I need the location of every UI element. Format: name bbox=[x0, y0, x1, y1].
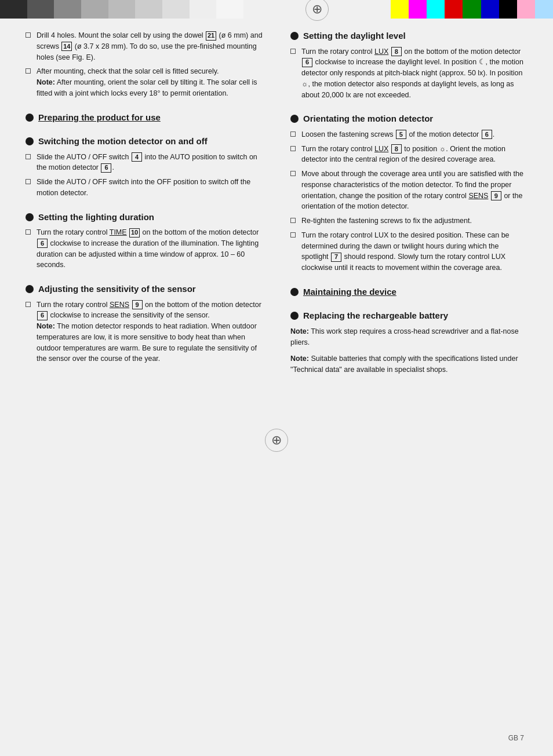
reg-mark-center: ⊕ bbox=[305, 0, 329, 21]
section-sensitivity: Adjusting the sensitivity of the sensor … bbox=[26, 283, 263, 364]
sensitivity-header: Adjusting the sensitivity of the sensor bbox=[26, 283, 263, 295]
num-6a: 6 bbox=[101, 163, 111, 173]
orientating-text-3: Move about through the coverage area unt… bbox=[301, 169, 527, 212]
daylight-header: Setting the daylight level bbox=[290, 30, 527, 42]
switching-content: Slide the AUTO / OFF switch 4 into the A… bbox=[26, 152, 263, 199]
section-intro: Drill 4 holes. Mount the solar cell by u… bbox=[26, 30, 263, 99]
top-center-reg: ⊕ bbox=[243, 0, 391, 19]
switching-text-1: Slide the AUTO / OFF switch 4 into the A… bbox=[37, 152, 263, 174]
sq-bullet-ori1 bbox=[290, 132, 296, 137]
replacing-header: Replacing the rechargeable battery bbox=[290, 310, 527, 322]
orientating-title: Orientating the motion detector bbox=[303, 113, 433, 125]
num-9a: 9 bbox=[132, 300, 143, 309]
swatch-red bbox=[445, 0, 463, 19]
daylight-title: Setting the daylight level bbox=[303, 30, 406, 42]
swatch-magenta bbox=[409, 0, 427, 19]
intro-item-1: Drill 4 holes. Mount the solar cell by u… bbox=[26, 30, 263, 63]
bottom-reg-circle: ⊕ bbox=[265, 429, 288, 452]
switching-text-2: Slide the AUTO / OFF switch into the OFF… bbox=[37, 177, 263, 199]
bullet-dot-icon bbox=[26, 114, 34, 122]
sq-bullet-ori5 bbox=[290, 232, 296, 238]
preparing-header: Preparing the product for use bbox=[26, 112, 263, 123]
maintaining-header: Maintaining the device bbox=[290, 286, 527, 298]
section-switching: Switching the motion detector on and off… bbox=[26, 136, 263, 199]
sq-bullet-sens1 bbox=[26, 302, 31, 307]
orientating-item-4: Re-tighten the fastening screws to fix t… bbox=[290, 216, 527, 227]
orientating-text-2: Turn the rotary control LUX 8 to positio… bbox=[301, 144, 527, 166]
orientating-text-5: Turn the rotary control LUX to the desir… bbox=[301, 230, 527, 273]
bottom-reg-mark: ⊕ bbox=[0, 423, 553, 458]
lighting-item-1: Turn the rotary control TIME 10 on the b… bbox=[26, 227, 263, 271]
bullet-dot-sensitivity bbox=[26, 285, 34, 293]
orientating-item-5: Turn the rotary control LUX to the desir… bbox=[290, 230, 527, 273]
sq-bullet-sw2 bbox=[26, 179, 31, 184]
bullet-dot-daylight bbox=[290, 32, 299, 40]
right-column: Setting the daylight level Turn the rota… bbox=[290, 30, 527, 388]
right-swatches bbox=[391, 0, 553, 19]
swatch-2 bbox=[27, 0, 54, 19]
replacing-note-2: Note: Suitable batteries that comply wit… bbox=[290, 353, 527, 376]
num-9b: 9 bbox=[491, 191, 501, 200]
section-replacing: Replacing the rechargeable battery Note:… bbox=[290, 310, 527, 375]
square-bullet-icon-2 bbox=[26, 68, 31, 74]
sq-bullet-ori2 bbox=[290, 146, 296, 151]
num-5: 5 bbox=[396, 130, 406, 139]
sensitivity-title: Adjusting the sensitivity of the sensor bbox=[38, 283, 196, 295]
num-8a: 8 bbox=[391, 47, 402, 56]
switching-item-2: Slide the AUTO / OFF switch into the OFF… bbox=[26, 177, 263, 199]
orientating-text-1: Loosen the fastening screws 5 of the mot… bbox=[301, 129, 527, 140]
lighting-content: Turn the rotary control TIME 10 on the b… bbox=[26, 227, 263, 271]
intro-item-2: After mounting, check that the solar cel… bbox=[26, 66, 263, 98]
swatch-3 bbox=[54, 0, 81, 19]
swatch-9 bbox=[216, 0, 243, 19]
section-lighting: Setting the lighting duration Turn the r… bbox=[26, 211, 263, 271]
switching-title: Switching the motion detector on and off bbox=[38, 136, 208, 147]
swatch-5 bbox=[108, 0, 136, 19]
num-10: 10 bbox=[129, 228, 140, 238]
lighting-header: Setting the lighting duration bbox=[26, 211, 263, 223]
maintaining-title: Maintaining the device bbox=[303, 286, 396, 298]
swatch-green bbox=[463, 0, 481, 19]
lighting-title: Setting the lighting duration bbox=[38, 211, 154, 223]
square-bullet-icon bbox=[26, 32, 31, 38]
left-swatches bbox=[0, 0, 243, 19]
left-column: Drill 4 holes. Mount the solar cell by u… bbox=[26, 30, 263, 388]
orientating-item-3: Move about through the coverage area unt… bbox=[290, 169, 527, 212]
replacing-note-1: Note: This work step requires a cross-he… bbox=[290, 326, 527, 349]
bullet-dot-orientating bbox=[290, 115, 299, 123]
page: ⊕ Drill 4 holes. Mount the solar cell by… bbox=[0, 0, 553, 756]
intro-text-2: After mounting, check that the solar cel… bbox=[37, 66, 263, 98]
sq-bullet-sw1 bbox=[26, 154, 31, 159]
preparing-title: Preparing the product for use bbox=[38, 112, 161, 123]
daylight-content: Turn the rotary control LUX 8 on the bot… bbox=[290, 46, 527, 101]
sensitivity-content: Turn the rotary control SENS 9 on the bo… bbox=[26, 300, 263, 365]
sq-bullet-ori4 bbox=[290, 218, 296, 223]
daylight-text-1: Turn the rotary control LUX 8 on the bot… bbox=[301, 46, 527, 101]
section-maintaining: Maintaining the device bbox=[290, 286, 527, 298]
page-footer: GB 7 bbox=[508, 734, 524, 742]
replacing-title: Replacing the rechargeable battery bbox=[303, 310, 448, 322]
bullet-dot-maintaining bbox=[290, 288, 299, 296]
swatch-black bbox=[499, 0, 517, 19]
sq-bullet-lt1 bbox=[26, 229, 31, 235]
swatch-7 bbox=[162, 0, 190, 19]
num-8b: 8 bbox=[391, 144, 402, 154]
switching-item-1: Slide the AUTO / OFF switch 4 into the A… bbox=[26, 152, 263, 174]
swatch-blue bbox=[481, 0, 499, 19]
num-7: 7 bbox=[331, 253, 341, 262]
main-content: Drill 4 holes. Mount the solar cell by u… bbox=[0, 19, 553, 423]
footer-text: GB 7 bbox=[508, 734, 524, 742]
num-6b: 6 bbox=[37, 239, 48, 248]
swatch-6 bbox=[135, 0, 162, 19]
num-6e: 6 bbox=[482, 130, 492, 139]
orientating-text-4: Re-tighten the fastening screws to fix t… bbox=[301, 216, 527, 227]
num-6c: 6 bbox=[37, 311, 48, 320]
top-color-bar: ⊕ bbox=[0, 0, 553, 19]
sensitivity-item-1: Turn the rotary control SENS 9 on the bo… bbox=[26, 300, 263, 365]
bullet-dot-switching bbox=[26, 137, 34, 145]
num-21: 21 bbox=[206, 31, 216, 41]
swatch-4 bbox=[81, 0, 108, 19]
swatch-8 bbox=[190, 0, 217, 19]
section-orientating: Orientating the motion detector Loosen t… bbox=[290, 113, 527, 273]
replacing-content: Note: This work step requires a cross-he… bbox=[290, 326, 527, 376]
